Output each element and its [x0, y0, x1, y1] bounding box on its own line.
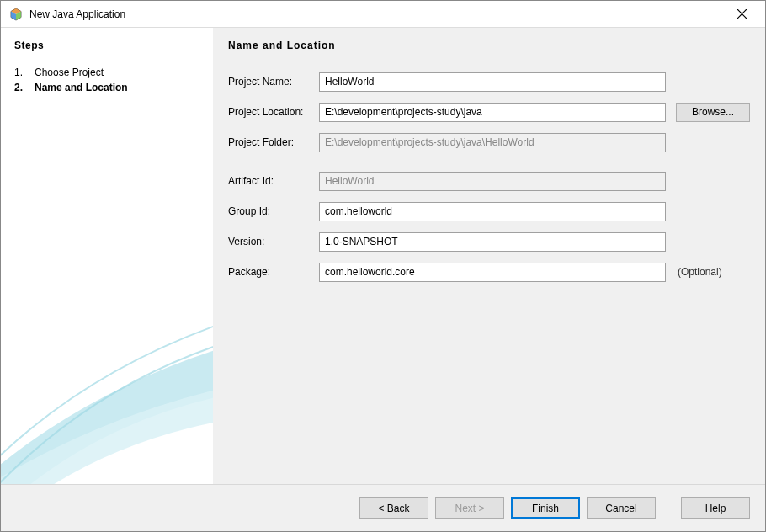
input-artifact-id — [319, 172, 666, 191]
label-project-folder: Project Folder: — [228, 136, 319, 148]
row-version: Version: — [228, 231, 750, 252]
input-project-name[interactable] — [319, 72, 666, 92]
label-package: Package: — [228, 266, 319, 278]
button-bar: < Back Next > Finish Cancel Help — [1, 484, 765, 531]
window-title: New Java Application — [29, 8, 725, 20]
steps-heading: Steps — [14, 40, 201, 51]
optional-hint: (Optional) — [676, 266, 750, 278]
input-project-folder — [319, 133, 666, 152]
next-button: Next > — [435, 497, 504, 519]
step-number: 2. — [14, 82, 26, 93]
step-number: 1. — [14, 66, 26, 78]
finish-button[interactable]: Finish — [511, 497, 580, 519]
close-button[interactable] — [725, 3, 758, 26]
row-package: Package: (Optional) — [228, 262, 750, 282]
step-label: Name and Location — [35, 82, 128, 93]
decorative-swoosh — [1, 290, 213, 484]
content-area: Steps 1. Choose Project 2. Name and Loca… — [1, 28, 765, 484]
cancel-button[interactable]: Cancel — [587, 497, 656, 519]
row-project-name: Project Name: — [228, 72, 750, 92]
titlebar: New Java Application — [1, 1, 765, 28]
step-item-choose-project: 1. Choose Project — [14, 65, 201, 80]
label-group-id: Group Id: — [228, 205, 319, 217]
label-project-name: Project Name: — [228, 76, 319, 88]
row-artifact-id: Artifact Id: — [228, 171, 750, 191]
steps-list: 1. Choose Project 2. Name and Location — [14, 65, 201, 95]
close-icon — [737, 9, 747, 19]
row-group-id: Group Id: — [228, 201, 750, 221]
label-artifact-id: Artifact Id: — [228, 175, 319, 187]
form-heading: Name and Location — [228, 40, 750, 51]
input-group-id[interactable] — [319, 202, 666, 221]
browse-wrap: Browse... — [676, 103, 750, 122]
input-project-location[interactable] — [319, 103, 666, 122]
row-project-folder: Project Folder: — [228, 132, 750, 152]
step-label: Choose Project — [35, 66, 104, 78]
input-version[interactable] — [319, 232, 666, 252]
step-item-name-location: 2. Name and Location — [14, 80, 201, 95]
app-icon — [9, 8, 23, 21]
help-button[interactable]: Help — [681, 497, 750, 519]
label-project-location: Project Location: — [228, 106, 319, 118]
form-panel: Name and Location Project Name: Project … — [213, 28, 765, 484]
input-package[interactable] — [319, 263, 666, 282]
steps-sidebar: Steps 1. Choose Project 2. Name and Loca… — [1, 28, 213, 484]
section-gap — [228, 162, 750, 171]
form-underline — [228, 56, 750, 56]
row-project-location: Project Location: Browse... — [228, 102, 750, 122]
back-button[interactable]: < Back — [359, 497, 428, 519]
browse-button[interactable]: Browse... — [676, 103, 750, 122]
label-version: Version: — [228, 236, 319, 247]
steps-underline — [14, 56, 201, 56]
